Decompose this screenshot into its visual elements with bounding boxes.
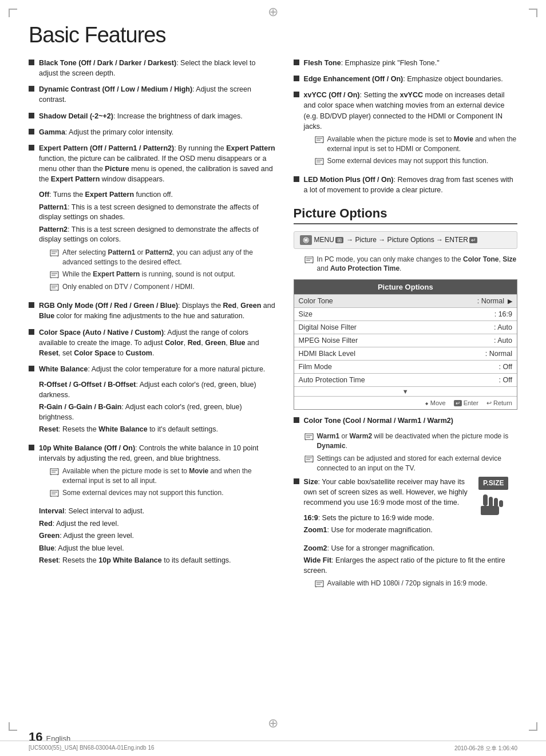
picture-options-table: Picture Options Color Tone : Normal ▶ Si… bbox=[294, 279, 517, 410]
sub-item: Reset: Resets the White Balance to it's … bbox=[39, 425, 276, 435]
item-label: Expert Pattern (Off / Pattern1 / Pattern… bbox=[39, 144, 174, 152]
bullet-icon bbox=[29, 366, 34, 371]
row-label: Film Mode bbox=[299, 363, 499, 371]
note-icon bbox=[314, 579, 325, 588]
sub-item: Wide Fit: Enlarges the aspect ratio of t… bbox=[304, 556, 517, 576]
row-label: Color Tone bbox=[299, 297, 477, 305]
note-text: In PC mode, you can only make changes to… bbox=[317, 255, 517, 274]
menu-path-text: MENU⊞ → Picture → Picture Options → ENTE… bbox=[314, 236, 477, 244]
p-size-button: P.SIZE bbox=[478, 477, 508, 490]
table-scroll-indicator: ▼ bbox=[294, 386, 517, 396]
row-arrow: ▶ bbox=[508, 298, 512, 305]
list-item: Edge Enhancement (Off / On): Emphasize o… bbox=[294, 74, 517, 84]
note-item: Some external devices may not support th… bbox=[314, 156, 517, 166]
bullet-icon bbox=[294, 176, 299, 182]
table-footer: ⬥ Move ↵ Enter ↩ Return bbox=[294, 396, 517, 409]
bullet-icon bbox=[294, 76, 299, 81]
note-icon bbox=[304, 255, 314, 264]
footer-move: ⬥ Move bbox=[425, 399, 446, 407]
note-item: While the Expert Pattern is running, sou… bbox=[49, 270, 276, 279]
note-text: Available when the picture mode is set t… bbox=[62, 466, 276, 486]
list-item: Shadow Detail (-2~+2): Increase the brig… bbox=[29, 111, 276, 121]
list-item: Gamma: Adjust the primary color intensit… bbox=[29, 127, 276, 137]
list-item: LED Motion Plus (Off / On): Removes drag… bbox=[294, 175, 517, 195]
footer-bar: [UC5000(55)_USA] BN68-03004A-01Eng.indb … bbox=[0, 741, 546, 756]
item-content: Expert Pattern (Off / Pattern1 / Pattern… bbox=[39, 143, 276, 295]
list-item: Black Tone (Off / Dark / Darker / Darkes… bbox=[29, 58, 276, 78]
crosshair-bottom: ⊕ bbox=[268, 716, 278, 731]
table-row[interactable]: HDMI Black Level : Normal bbox=[294, 347, 517, 360]
item-text: : Emphasize object boundaries. bbox=[403, 75, 503, 83]
note-text: Some external devices may not support th… bbox=[62, 488, 223, 498]
item-content: Dynamic Contrast (Off / Low / Medium / H… bbox=[39, 84, 276, 105]
bullet-icon bbox=[29, 302, 34, 308]
item-content: LED Motion Plus (Off / On): Removes drag… bbox=[304, 175, 517, 195]
item-content: Color Tone (Cool / Normal / Warm1 / Warm… bbox=[304, 415, 517, 426]
sub-item: Reset: Resets the 10p White Balance to i… bbox=[39, 556, 276, 566]
bullet-icon bbox=[29, 86, 34, 92]
table-header: Picture Options bbox=[294, 280, 517, 294]
table-row[interactable]: Auto Protection Time : Off bbox=[294, 373, 517, 386]
bullet-icon bbox=[29, 60, 34, 65]
row-value: : Off bbox=[499, 376, 512, 384]
item-content: 10p White Balance (Off / On): Controls t… bbox=[39, 443, 276, 568]
footer-right: 2010-06-28 오후 1:06:40 bbox=[454, 745, 517, 753]
item-content: Gamma: Adjust the primary color intensit… bbox=[39, 127, 276, 137]
item-content: RGB Only Mode (Off / Red / Green / Blue)… bbox=[39, 300, 276, 321]
list-item: Color Space (Auto / Native / Custom): Ad… bbox=[29, 327, 276, 358]
left-column: Black Tone (Off / Dark / Darker / Darkes… bbox=[29, 58, 276, 597]
row-label: Size bbox=[299, 310, 494, 318]
note-text: Settings can be adjusted and stored for … bbox=[317, 454, 517, 473]
row-value: : Normal bbox=[477, 297, 504, 305]
list-item: Expert Pattern (Off / Pattern1 / Pattern… bbox=[29, 143, 276, 295]
table-row[interactable]: Color Tone : Normal ▶ bbox=[294, 294, 517, 307]
item-label: Flesh Tone bbox=[304, 59, 341, 67]
table-row[interactable]: MPEG Noise Filter : Auto bbox=[294, 334, 517, 347]
item-text: : Adjust the primary color intensity. bbox=[65, 128, 173, 136]
bullet-icon bbox=[294, 478, 299, 484]
svg-rect-5 bbox=[483, 506, 499, 515]
main-content: Black Tone (Off / Dark / Darker / Darkes… bbox=[29, 58, 517, 597]
note-item: Only enabled on DTV / Component / HDMI. bbox=[49, 282, 276, 292]
item-content: White Balance: Adjust the color temperat… bbox=[39, 364, 276, 437]
menu-path-box: ㊙ MENU⊞ → Picture → Picture Options → EN… bbox=[294, 231, 517, 249]
bullet-icon bbox=[29, 329, 34, 335]
item-content: Edge Enhancement (Off / On): Emphasize o… bbox=[304, 74, 517, 84]
item-content: Shadow Detail (-2~+2): Increase the brig… bbox=[39, 111, 276, 121]
list-item: RGB Only Mode (Off / Red / Green / Blue)… bbox=[29, 300, 276, 321]
item-label: Color Space (Auto / Native / Custom) bbox=[39, 328, 164, 337]
table-row[interactable]: Digital Noise Filter : Auto bbox=[294, 320, 517, 334]
footer-return: ↩ Return bbox=[486, 399, 512, 407]
row-label: Auto Protection Time bbox=[299, 376, 499, 384]
table-row[interactable]: Size : 16:9 bbox=[294, 307, 517, 320]
row-value: : Auto bbox=[494, 337, 512, 345]
list-item: Color Tone (Cool / Normal / Warm1 / Warm… bbox=[294, 415, 517, 426]
note-item: Available when the picture mode is set t… bbox=[49, 466, 276, 486]
table-row[interactable]: Film Mode : Off bbox=[294, 360, 517, 373]
bullet-icon bbox=[29, 445, 34, 450]
note-icon bbox=[49, 248, 60, 258]
item-label: White Balance bbox=[39, 365, 88, 373]
footer-enter: ↵ Enter bbox=[454, 399, 478, 407]
item-label: Gamma bbox=[39, 128, 65, 136]
row-value: : Normal bbox=[485, 350, 512, 358]
item-text: : Your cable box/satellite receiver may … bbox=[304, 478, 468, 506]
pc-mode-note: In PC mode, you can only make changes to… bbox=[304, 255, 517, 274]
sub-item: Pattern2: This is a test screen designed… bbox=[39, 225, 276, 245]
note-text: Only enabled on DTV / Component / HDMI. bbox=[62, 282, 195, 292]
note-text: Warm1 or Warm2 will be deactivated when … bbox=[317, 432, 517, 451]
section-title: Picture Options bbox=[294, 206, 517, 224]
row-label: Digital Noise Filter bbox=[299, 323, 494, 331]
bullet-icon bbox=[29, 129, 34, 134]
sub-item: R-Gain / G-Gain / B-Gain: Adjust each co… bbox=[39, 402, 276, 422]
row-value: : 16:9 bbox=[494, 310, 512, 318]
note-icon bbox=[304, 454, 314, 464]
item-label: Color Tone (Cool / Normal / Warm1 / Warm… bbox=[304, 417, 453, 425]
note-icon bbox=[49, 467, 60, 476]
svg-rect-2 bbox=[494, 498, 498, 507]
corner-mark-bl bbox=[9, 722, 17, 731]
item-text: : Emphasize pink "Flesh Tone." bbox=[341, 59, 440, 67]
corner-mark-tl bbox=[9, 9, 17, 17]
row-value: : Off bbox=[499, 363, 512, 371]
list-item: Flesh Tone: Emphasize pink "Flesh Tone." bbox=[294, 58, 517, 68]
